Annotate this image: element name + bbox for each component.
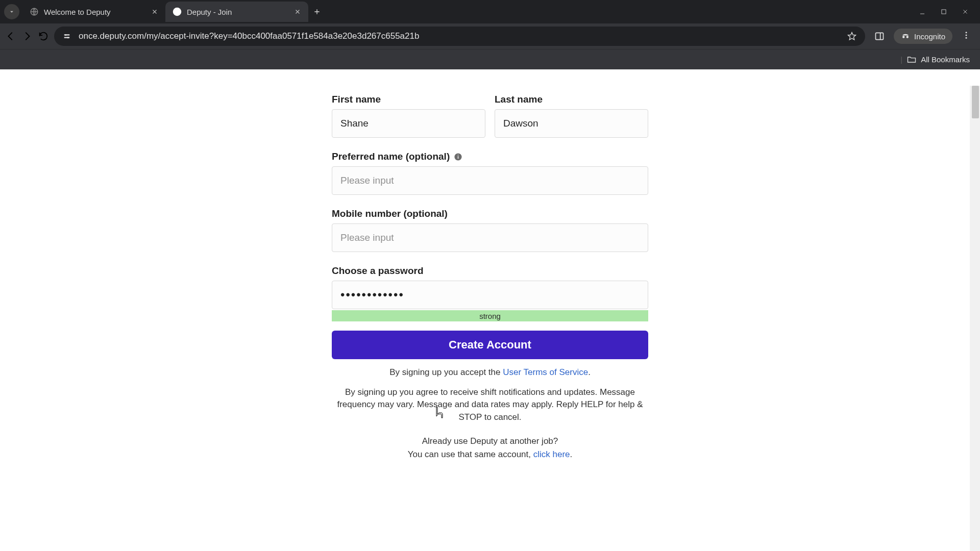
site-settings-icon[interactable]: [62, 32, 71, 41]
scrollbar-thumb[interactable]: [972, 86, 979, 118]
reload-icon[interactable]: [38, 31, 49, 42]
globe-icon: [30, 7, 39, 16]
minimize-icon[interactable]: [919, 8, 926, 15]
maximize-icon[interactable]: [940, 8, 947, 15]
bookmark-star-icon[interactable]: [847, 31, 857, 41]
existing-account: Already use Deputy at another job? You c…: [332, 435, 648, 461]
address-bar: once.deputy.com/my/accept-invite?key=40b…: [0, 23, 980, 49]
back-icon[interactable]: [5, 31, 16, 42]
preferred-name-label: Preferred name (optional): [332, 151, 648, 162]
svg-rect-7: [876, 33, 884, 39]
svg-rect-13: [458, 156, 458, 159]
mobile-input[interactable]: [332, 223, 648, 252]
tos-line: By signing up you accept the User Terms …: [332, 366, 648, 379]
tab-bar: Welcome to Deputy Deputy - Join: [0, 0, 980, 23]
password-input[interactable]: [332, 281, 648, 309]
preferred-name-input[interactable]: [332, 166, 648, 195]
svg-point-1: [173, 8, 182, 16]
first-name-field: First name: [332, 94, 485, 138]
last-name-label: Last name: [495, 94, 648, 105]
svg-point-11: [966, 37, 967, 39]
svg-rect-2: [942, 10, 946, 14]
tab-search-button[interactable]: [4, 4, 19, 19]
forward-icon[interactable]: [21, 31, 33, 42]
deputy-favicon: [173, 7, 182, 16]
info-icon[interactable]: [454, 153, 462, 161]
tab-title: Welcome to Deputy: [44, 8, 145, 16]
incognito-label: Incognito: [914, 32, 945, 41]
close-window-icon[interactable]: [962, 8, 969, 15]
password-strength: strong: [332, 310, 648, 321]
incognito-badge[interactable]: Incognito: [894, 29, 952, 44]
sms-disclaimer: By signing up you agree to receive shift…: [332, 386, 648, 424]
svg-rect-14: [458, 155, 458, 155]
last-name-field: Last name: [495, 94, 648, 138]
scrollbar[interactable]: [970, 86, 980, 551]
last-name-input[interactable]: [495, 109, 648, 138]
close-icon[interactable]: [294, 8, 301, 15]
toolbar-right: Incognito: [870, 29, 975, 44]
svg-point-5: [65, 34, 66, 36]
existing-account-link[interactable]: click here: [533, 449, 570, 459]
tab-deputy-join[interactable]: Deputy - Join: [165, 2, 308, 22]
password-label: Choose a password: [332, 265, 648, 277]
menu-button[interactable]: [962, 31, 971, 42]
page-content: First name Last name Preferred name (opt…: [0, 86, 980, 551]
svg-point-6: [67, 37, 69, 38]
url-text: once.deputy.com/my/accept-invite?key=40b…: [79, 31, 840, 41]
first-name-label: First name: [332, 94, 485, 105]
preferred-name-field: Preferred name (optional): [332, 151, 648, 195]
side-panel-icon[interactable]: [874, 31, 885, 41]
browser-chrome: Welcome to Deputy Deputy - Join once.dep…: [0, 0, 980, 69]
svg-point-10: [966, 35, 967, 36]
svg-point-9: [966, 32, 967, 33]
tab-title: Deputy - Join: [187, 8, 288, 16]
create-account-button[interactable]: Create Account: [332, 331, 648, 359]
tos-link[interactable]: User Terms of Service: [503, 367, 588, 377]
bookmarks-bar: | All Bookmarks: [0, 49, 980, 69]
close-icon[interactable]: [151, 8, 158, 15]
first-name-input[interactable]: [332, 109, 485, 138]
window-controls: [919, 8, 980, 15]
incognito-icon: [901, 32, 910, 41]
url-field[interactable]: once.deputy.com/my/accept-invite?key=40b…: [54, 27, 865, 46]
password-field: Choose a password strong: [332, 265, 648, 321]
new-tab-button[interactable]: [308, 3, 326, 20]
all-bookmarks-link[interactable]: All Bookmarks: [921, 55, 970, 64]
mobile-label: Mobile number (optional): [332, 208, 648, 219]
tab-welcome[interactable]: Welcome to Deputy: [22, 2, 165, 22]
folder-icon: [906, 55, 917, 65]
signup-form: First name Last name Preferred name (opt…: [332, 86, 648, 461]
mobile-field: Mobile number (optional): [332, 208, 648, 252]
